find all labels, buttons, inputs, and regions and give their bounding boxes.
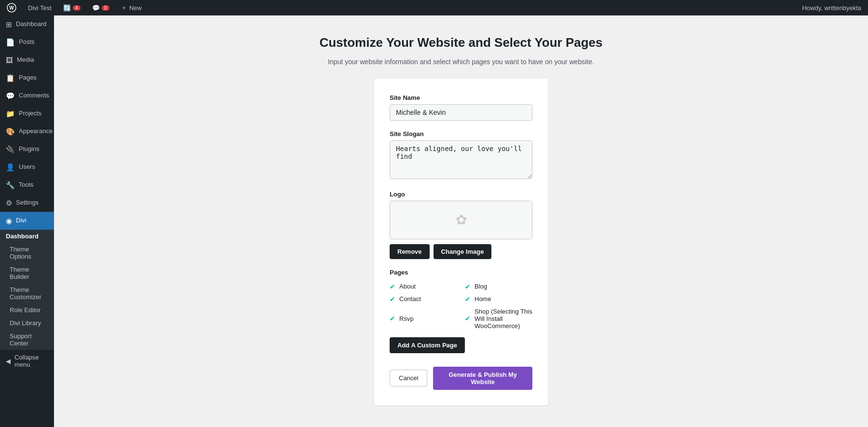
pages-icon: 📋	[6, 73, 15, 83]
admin-bar-site[interactable]: Divi Test	[25, 0, 54, 15]
users-icon: 👤	[6, 162, 15, 172]
site-name-input[interactable]	[390, 104, 532, 121]
settings-icon: ⚙	[6, 198, 12, 208]
admin-bar-user[interactable]: Howdy, writtenbyekta	[799, 0, 864, 15]
rsvp-check-icon: ✔	[390, 315, 395, 322]
collapse-menu-button[interactable]: ◀ Collapse menu	[0, 350, 54, 372]
divi-role-editor[interactable]: Role Editor	[0, 303, 54, 317]
admin-bar-new-label: New	[129, 4, 142, 12]
divi-submenu: Dashboard Theme Options Theme Builder Th…	[0, 230, 54, 350]
divi-theme-builder[interactable]: Theme Builder	[0, 263, 54, 283]
page-subtitle: Input your website information and selec…	[319, 57, 602, 67]
divi-theme-customizer[interactable]: Theme Customizer	[0, 283, 54, 303]
sidebar-label-divi: Divi	[16, 216, 27, 225]
site-name-group: Site Name	[390, 94, 532, 121]
sidebar: ⊞ Dashboard 📄 Posts 🖼 Media 📋 Pages 💬 Co…	[0, 15, 54, 427]
collapse-icon: ◀	[6, 358, 11, 365]
sidebar-label-comments: Comments	[19, 91, 49, 100]
admin-bar: W Divi Test 🔄 4 💬 0 ＋ New Howdy, written…	[0, 0, 868, 15]
remove-logo-button[interactable]: Remove	[390, 244, 430, 259]
site-name-label: Site Name	[390, 94, 532, 101]
admin-bar-comments[interactable]: 💬 0	[89, 0, 112, 15]
sidebar-label-pages: Pages	[19, 73, 37, 82]
pages-section: Pages ✔ About ✔ Blog ✔ Contact	[390, 269, 532, 367]
projects-icon: 📁	[6, 109, 15, 119]
page-shop-label: Shop (Selecting This Will Install WooCom…	[475, 308, 532, 330]
form-card: Site Name Site Slogan Hearts aligned, ou…	[374, 79, 548, 405]
admin-bar-new[interactable]: ＋ New	[118, 0, 145, 15]
sidebar-item-plugins[interactable]: 🔌 Plugins	[0, 140, 54, 158]
sidebar-item-pages[interactable]: 📋 Pages	[0, 69, 54, 87]
sidebar-label-settings: Settings	[16, 198, 39, 207]
sidebar-label-dashboard: Dashboard	[16, 20, 47, 28]
page-about-label: About	[399, 283, 416, 290]
blog-check-icon: ✔	[465, 283, 471, 290]
page-blog: ✔ Blog	[465, 283, 532, 290]
comments-badge: 0	[102, 5, 109, 11]
sidebar-item-dashboard[interactable]: ⊞ Dashboard	[0, 15, 54, 33]
main-content: Customize Your Website and Select Your P…	[54, 15, 868, 427]
admin-bar-howdy: Howdy, writtenbyekta	[802, 4, 861, 12]
site-slogan-label: Site Slogan	[390, 130, 532, 138]
page-title: Customize Your Website and Select Your P…	[319, 35, 602, 51]
divi-support-center[interactable]: Support Center	[0, 330, 54, 350]
logo-group: Logo ✿ Remove Change Image	[390, 191, 532, 259]
sidebar-item-media[interactable]: 🖼 Media	[0, 51, 54, 69]
sidebar-label-tools: Tools	[19, 180, 33, 189]
sidebar-item-settings[interactable]: ⚙ Settings	[0, 194, 54, 212]
sidebar-item-posts[interactable]: 📄 Posts	[0, 33, 54, 51]
cancel-button[interactable]: Cancel	[390, 370, 427, 386]
admin-bar-logo[interactable]: W	[4, 0, 19, 15]
page-about: ✔ About	[390, 283, 457, 290]
comments-icon: 💬	[6, 91, 15, 101]
sidebar-label-posts: Posts	[19, 38, 35, 46]
page-rsvp-label: Rsvp	[399, 315, 414, 322]
sidebar-item-comments[interactable]: 💬 Comments	[0, 87, 54, 105]
page-rsvp: ✔ Rsvp	[390, 308, 457, 330]
about-check-icon: ✔	[390, 283, 395, 290]
collapse-label: Collapse menu	[14, 354, 48, 368]
home-check-icon: ✔	[465, 295, 471, 303]
sidebar-item-tools[interactable]: 🔧 Tools	[0, 176, 54, 194]
pages-label: Pages	[390, 269, 532, 276]
page-home: ✔ Home	[465, 295, 532, 303]
sidebar-label-projects: Projects	[19, 109, 41, 118]
sidebar-item-users[interactable]: 👤 Users	[0, 158, 54, 176]
shop-check-icon: ✔	[465, 315, 471, 322]
site-slogan-input[interactable]: Hearts aligned, our love you'll find	[390, 140, 532, 179]
sidebar-label-appearance: Appearance	[19, 127, 53, 136]
site-slogan-group: Site Slogan Hearts aligned, our love you…	[390, 130, 532, 181]
sidebar-label-plugins: Plugins	[19, 145, 40, 153]
form-footer: Cancel Generate & Publish My Website	[390, 367, 532, 390]
divi-icon: ◉	[6, 216, 12, 226]
contact-check-icon: ✔	[390, 295, 395, 303]
svg-text:W: W	[9, 5, 14, 11]
divi-theme-options[interactable]: Theme Options	[0, 243, 54, 263]
page-blog-label: Blog	[475, 283, 487, 290]
logo-buttons: Remove Change Image	[390, 244, 532, 259]
publish-button[interactable]: Generate & Publish My Website	[433, 367, 532, 390]
page-contact: ✔ Contact	[390, 295, 457, 303]
media-icon: 🖼	[6, 55, 13, 65]
page-contact-label: Contact	[399, 295, 421, 303]
sidebar-item-divi[interactable]: ◉ Divi	[0, 212, 54, 230]
add-custom-page-button[interactable]: Add A Custom Page	[390, 337, 465, 353]
dashboard-icon: ⊞	[6, 19, 12, 29]
divi-submenu-title: Dashboard	[0, 230, 54, 243]
divi-library[interactable]: Divi Library	[0, 317, 54, 330]
posts-icon: 📄	[6, 37, 15, 47]
logo-label: Logo	[390, 191, 532, 198]
logo-preview: ✿	[390, 201, 532, 239]
change-image-button[interactable]: Change Image	[434, 244, 492, 259]
plugins-icon: 🔌	[6, 144, 15, 154]
sidebar-item-projects[interactable]: 📁 Projects	[0, 105, 54, 123]
admin-bar-updates[interactable]: 🔄 4	[60, 0, 83, 15]
admin-bar-site-name: Divi Test	[28, 4, 52, 12]
logo-placeholder-icon: ✿	[456, 212, 467, 228]
sidebar-item-appearance[interactable]: 🎨 Appearance	[0, 123, 54, 140]
page-shop: ✔ Shop (Selecting This Will Install WooC…	[465, 308, 532, 330]
appearance-icon: 🎨	[6, 126, 15, 137]
page-header: Customize Your Website and Select Your P…	[319, 35, 602, 67]
page-home-label: Home	[475, 295, 491, 303]
sidebar-label-media: Media	[17, 55, 34, 64]
